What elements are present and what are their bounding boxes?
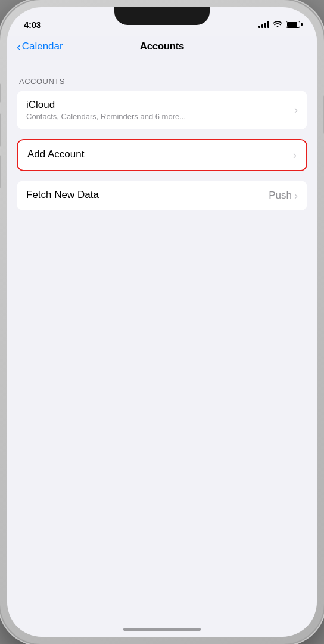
- signal-icon: [258, 21, 269, 28]
- icloud-item[interactable]: iCloud Contacts, Calendars, Reminders an…: [17, 91, 307, 129]
- back-button[interactable]: ‹ Calendar: [17, 40, 63, 54]
- phone-screen: 4:03: [7, 7, 317, 637]
- notch: [114, 7, 210, 25]
- add-account-title: Add Account: [27, 148, 293, 160]
- volume-down-button[interactable]: [0, 155, 1, 188]
- add-account-item-right: ›: [293, 149, 297, 162]
- add-account-group: Add Account ›: [17, 139, 307, 171]
- fetch-item-left: Fetch New Data: [26, 189, 269, 202]
- status-icons: [258, 20, 300, 29]
- home-indicator[interactable]: [123, 628, 201, 631]
- back-label: Calendar: [22, 41, 63, 52]
- mute-button[interactable]: [0, 83, 1, 103]
- back-chevron-icon: ‹: [17, 40, 21, 54]
- add-account-highlight-border: Add Account ›: [17, 139, 307, 171]
- add-account-chevron-icon: ›: [293, 149, 297, 162]
- fetch-item-right: Push ›: [269, 190, 298, 202]
- icloud-chevron-icon: ›: [294, 104, 298, 116]
- phone-frame: 4:03: [0, 0, 324, 644]
- volume-up-button[interactable]: [0, 113, 1, 147]
- content-area: ACCOUNTS iCloud Contacts, Calendars, Rem…: [7, 60, 317, 210]
- page-title: Accounts: [140, 41, 184, 52]
- fetch-group: Fetch New Data Push ›: [17, 181, 307, 210]
- battery-icon: [286, 21, 300, 28]
- status-time: 4:03: [24, 20, 41, 30]
- fetch-chevron-icon: ›: [294, 190, 298, 202]
- icloud-item-right: ›: [294, 104, 298, 116]
- fetch-right-text: Push: [269, 190, 292, 202]
- wifi-icon: [273, 20, 282, 29]
- icloud-subtitle: Contacts, Calendars, Reminders and 6 mor…: [26, 112, 294, 121]
- nav-bar: ‹ Calendar Accounts: [7, 36, 317, 60]
- add-account-item-left: Add Account: [27, 148, 293, 162]
- icloud-group: iCloud Contacts, Calendars, Reminders an…: [17, 91, 307, 129]
- fetch-new-data-item[interactable]: Fetch New Data Push ›: [17, 181, 307, 210]
- fetch-title: Fetch New Data: [26, 189, 269, 201]
- accounts-section-label: ACCOUNTS: [7, 77, 317, 91]
- icloud-item-left: iCloud Contacts, Calendars, Reminders an…: [26, 99, 294, 121]
- add-account-item[interactable]: Add Account ›: [18, 140, 306, 170]
- icloud-title: iCloud: [26, 99, 294, 111]
